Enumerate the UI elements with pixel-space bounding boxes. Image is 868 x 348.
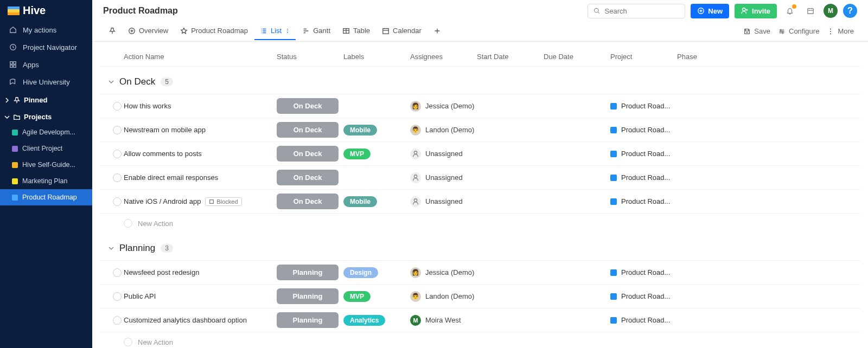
- action-name-cell[interactable]: Native iOS / Android appBlocked: [124, 197, 277, 206]
- action-name-cell[interactable]: Customized analytics dashboard option: [124, 316, 277, 324]
- more-view[interactable]: More: [824, 23, 857, 40]
- col-status[interactable]: Status: [277, 53, 343, 61]
- project-cell[interactable]: Product Road...: [610, 316, 677, 324]
- view-tab-overview[interactable]: Overview: [123, 22, 174, 40]
- nav-my-actions[interactable]: My actions: [0, 21, 92, 38]
- notifications-button[interactable]: [782, 3, 797, 18]
- action-row[interactable]: Native iOS / Android appBlocked On Deck …: [100, 189, 860, 213]
- labels-cell[interactable]: Design: [343, 268, 410, 276]
- project-item[interactable]: Product Roadmap: [0, 189, 92, 205]
- labels-cell[interactable]: MVP: [343, 150, 410, 158]
- labels-cell[interactable]: Analytics: [343, 316, 410, 324]
- project-cell[interactable]: Product Road...: [610, 292, 677, 300]
- project-cell[interactable]: Product Road...: [610, 150, 677, 158]
- view-tab-table[interactable]: Table: [337, 22, 375, 40]
- action-name-cell[interactable]: Newsfeed post redesign: [124, 268, 277, 276]
- action-row[interactable]: Public API Planning MVP 👨Landon (Demo) P…: [100, 284, 860, 308]
- assignee-cell[interactable]: 👨Landon (Demo): [410, 291, 477, 302]
- status-cell[interactable]: On Deck: [277, 170, 343, 185]
- avatar[interactable]: M: [824, 4, 838, 18]
- circle-icon: [113, 126, 122, 134]
- view-tab-calendar[interactable]: Calendar: [376, 22, 427, 40]
- nav-project-navigator[interactable]: Project Navigator: [0, 38, 92, 56]
- save-view[interactable]: Save: [740, 23, 774, 40]
- action-row[interactable]: How this works On Deck 👩Jessica (Demo) P…: [100, 94, 860, 118]
- project-cell[interactable]: Product Road...: [610, 126, 677, 134]
- project-cell[interactable]: Product Road...: [610, 268, 677, 276]
- action-name-cell[interactable]: Allow comments to posts: [124, 150, 277, 158]
- view-tab-gantt[interactable]: Gantt: [297, 22, 336, 40]
- nav-hive-university[interactable]: Hive University: [0, 73, 92, 91]
- action-row[interactable]: Customized analytics dashboard option Pl…: [100, 308, 860, 332]
- row-complete-toggle[interactable]: [111, 197, 124, 206]
- row-complete-toggle[interactable]: [111, 102, 124, 111]
- assignee-cell[interactable]: 👩Jessica (Demo): [410, 267, 477, 278]
- assignee-cell[interactable]: MMoira West: [410, 315, 477, 326]
- search-input[interactable]: [588, 4, 685, 18]
- logo[interactable]: Hive: [0, 0, 92, 21]
- configure-view[interactable]: Configure: [775, 23, 822, 40]
- assignee-cell[interactable]: Unassigned: [410, 149, 477, 159]
- new-action-button[interactable]: New Action: [100, 332, 860, 348]
- status-cell[interactable]: On Deck: [277, 98, 343, 114]
- labels-cell[interactable]: Mobile: [343, 126, 410, 134]
- pin-view-button[interactable]: [103, 23, 122, 40]
- row-complete-toggle[interactable]: [111, 292, 124, 301]
- labels-cell[interactable]: Mobile: [343, 197, 410, 205]
- assignee-cell[interactable]: 👨Landon (Demo): [410, 125, 477, 136]
- group-header[interactable]: On Deck 5: [100, 67, 860, 94]
- project-cell[interactable]: Product Road...: [610, 197, 677, 205]
- status-cell[interactable]: Planning: [277, 265, 343, 280]
- col-phase[interactable]: Phase: [677, 53, 731, 61]
- project-item[interactable]: Agile Developm...: [0, 124, 92, 140]
- action-name-cell[interactable]: Enable direct email responses: [124, 173, 277, 182]
- action-row[interactable]: Enable direct email responses On Deck Un…: [100, 165, 860, 189]
- projects-section[interactable]: Projects: [0, 107, 92, 124]
- project-cell[interactable]: Product Road...: [610, 102, 677, 110]
- assignee-cell[interactable]: 👩Jessica (Demo): [410, 101, 477, 112]
- new-action-button[interactable]: New Action: [100, 213, 860, 233]
- group-count: 3: [161, 244, 173, 253]
- view-tab-product-roadmap[interactable]: Product Roadmap: [175, 22, 253, 40]
- help-button[interactable]: ?: [843, 4, 857, 18]
- col-start-date[interactable]: Start Date: [477, 53, 544, 61]
- pinned-section[interactable]: Pinned: [0, 91, 92, 107]
- group-header[interactable]: Planning 3: [100, 233, 860, 260]
- project-item[interactable]: Client Project: [0, 140, 92, 157]
- add-view-button[interactable]: [428, 23, 446, 40]
- view-tab-list[interactable]: List: [254, 22, 296, 40]
- invite-button[interactable]: Invite: [735, 4, 777, 18]
- status-cell[interactable]: On Deck: [277, 194, 343, 209]
- row-complete-toggle[interactable]: [111, 268, 124, 277]
- new-button[interactable]: New: [691, 4, 729, 18]
- search-field[interactable]: [605, 7, 680, 15]
- row-complete-toggle[interactable]: [111, 316, 124, 325]
- action-name-cell[interactable]: Public API: [124, 292, 277, 300]
- row-complete-toggle[interactable]: [111, 150, 124, 158]
- col-assignees[interactable]: Assignees: [410, 53, 477, 61]
- col-action-name[interactable]: Action Name: [124, 53, 277, 61]
- project-item[interactable]: Marketing Plan: [0, 173, 92, 189]
- status-cell[interactable]: On Deck: [277, 146, 343, 162]
- col-project[interactable]: Project: [610, 53, 677, 61]
- action-name-cell[interactable]: How this works: [124, 102, 277, 110]
- col-labels[interactable]: Labels: [343, 53, 410, 61]
- status-cell[interactable]: On Deck: [277, 122, 343, 138]
- nav-apps[interactable]: Apps: [0, 56, 92, 73]
- status-cell[interactable]: Planning: [277, 288, 343, 304]
- col-due-date[interactable]: Due Date: [544, 53, 610, 61]
- project-item[interactable]: Hive Self-Guide...: [0, 157, 92, 173]
- save-icon: [743, 28, 751, 35]
- status-cell[interactable]: Planning: [277, 312, 343, 328]
- calendar-button[interactable]: [803, 3, 818, 18]
- labels-cell[interactable]: MVP: [343, 292, 410, 300]
- assignee-cell[interactable]: Unassigned: [410, 196, 477, 207]
- action-row[interactable]: Allow comments to posts On Deck MVP Unas…: [100, 141, 860, 165]
- assignee-cell[interactable]: Unassigned: [410, 172, 477, 183]
- action-name-cell[interactable]: Newstream on mobile app: [124, 126, 277, 134]
- project-cell[interactable]: Product Road...: [610, 173, 677, 182]
- row-complete-toggle[interactable]: [111, 173, 124, 182]
- action-row[interactable]: Newsfeed post redesign Planning Design 👩…: [100, 260, 860, 284]
- action-row[interactable]: Newstream on mobile app On Deck Mobile 👨…: [100, 118, 860, 141]
- row-complete-toggle[interactable]: [111, 126, 124, 134]
